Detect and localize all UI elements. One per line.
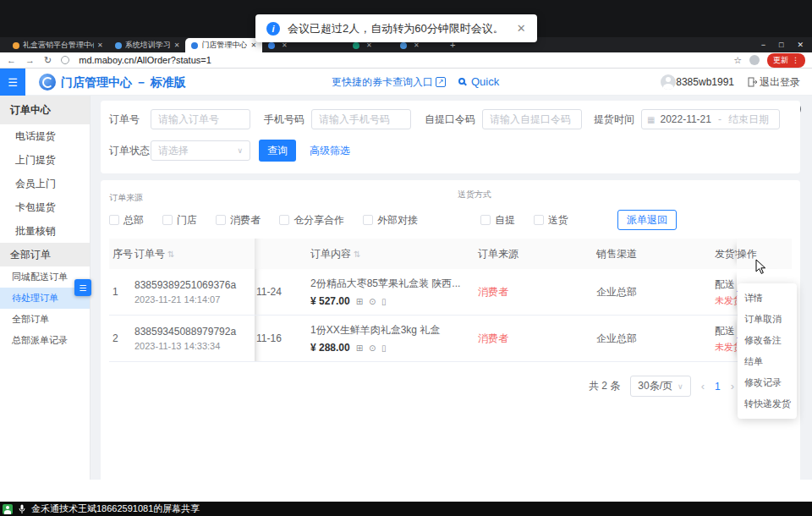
checkbox-label: 自提 [495,213,515,228]
menu-item-edit-history[interactable]: 修改记录 [738,372,797,393]
coupon-query-entry-link[interactable]: 更快捷的券卡查询入口 [332,69,433,96]
microphone-icon [19,504,25,514]
sidebar-item-member-visit[interactable]: 会员上门 [0,172,90,195]
logout-button[interactable]: 退出登录 [760,69,800,96]
menu-item-details[interactable]: 详情 [738,288,797,309]
order-status-select[interactable]: 请选择 ∨ [151,140,250,161]
info-icon: i [266,22,280,36]
forward-icon[interactable]: → [25,55,35,65]
browser-tab-2[interactable]: 系统培训学习 ✕ [109,38,186,52]
tab-close-icon[interactable]: ✕ [414,41,420,49]
date-start-value[interactable]: 2022-11-21 [660,113,711,125]
pagination: 共 2 条 30条/页 ∨ ‹ 1 › [109,376,792,397]
url-text[interactable]: md.maboy.cn/AllOrder?status=1 [79,55,211,65]
phone-input[interactable] [311,109,411,129]
checkbox-source-external[interactable]: 外部对接 [363,213,418,228]
order-no-input[interactable] [151,109,250,129]
window-minimize-icon[interactable]: − [761,41,765,49]
sidebar-item-card-pickup[interactable]: 卡包提货 [0,195,90,219]
menu-item-close-order[interactable]: 结单 [738,351,797,372]
checkbox-source-consumer[interactable]: 消费者 [216,213,261,228]
checkbox-source-warehouse-share[interactable]: 仓分享合作 [279,213,344,228]
checkbox-delivery-deliver[interactable]: 送货 [534,213,568,228]
browser-profile-avatar[interactable] [749,55,760,65]
cell-order-time: 2023-11-21 14:14:07 [134,294,248,305]
quick-search-label[interactable]: Quick [471,69,499,96]
mouse-cursor [755,259,766,275]
sidebar-item-phone-pickup[interactable]: 电话提货 [0,124,90,148]
browser-update-button[interactable]: 更新 ⋮ [767,53,805,68]
filter-card: 订单号 手机号码 自提口令码 提货时间 ▦ 2022-11-21 - 结束日期 … [101,101,800,173]
checkbox-icon [534,215,544,225]
sidebar-drag-handle[interactable]: ☰ [74,279,91,296]
bookmark-star-icon[interactable]: ☆ [733,55,742,66]
checkbox-label: 仓分享合作 [294,213,344,228]
window-controls: − □ ✕ [761,41,812,49]
dispatch-return-button[interactable]: 派单退回 [617,210,677,230]
menu-item-edit-note[interactable]: 修改备注 [738,330,797,351]
pagination-total: 共 2 条 [589,379,620,393]
checkbox-label: 送货 [548,213,568,228]
tab-close-icon[interactable]: ✕ [282,41,288,49]
reload-icon[interactable]: ↻ [44,55,52,66]
tab-label: 礼盒营销平台管理中心 [23,40,94,51]
sort-icon[interactable]: ⇅ [354,250,360,259]
checkbox-source-store[interactable]: 门店 [162,213,197,228]
main-content: » 订单号 手机号码 自提口令码 提货时间 ▦ 2022-11-21 - 结束日… [91,96,812,480]
cell-shipping-status-clipped: 配送 未发货 [715,316,737,361]
back-icon[interactable]: ← [7,55,16,65]
tab-close-icon[interactable]: ✕ [366,41,372,49]
checkbox-source-hq[interactable]: 总部 [109,213,144,228]
checkbox-icon [162,215,173,225]
current-page[interactable]: 1 [715,381,721,392]
orders-card: 订单来源 送货方式 总部 门店 消费者 仓分享合作 [101,180,800,480]
sidebar-section-order-center[interactable]: 订单中心 [0,96,90,124]
pickup-code-input[interactable] [482,109,582,129]
advanced-filter-link[interactable]: 高级筛选 [310,144,350,158]
browser-tab-1[interactable]: 礼盒营销平台管理中心 ✕ [7,38,109,52]
menu-item-express-ship[interactable]: 转快递发货 [738,393,797,414]
quick-search-icon[interactable] [458,78,465,85]
sidebar-item-batch-verify[interactable]: 批量核销 [0,219,90,243]
addressbar-right-icons: ☆ 更新 ⋮ [733,53,805,68]
product-type-icons: ⊞ ⊙ ▯ [356,343,388,353]
cell-pickup-time-clipped: 11-16 [255,316,310,361]
date-range-picker[interactable]: ▦ 2022-11-21 - 结束日期 [641,109,780,129]
search-button[interactable]: 查询 [259,140,296,162]
next-page-button[interactable]: › [731,380,734,392]
select-placeholder: 请选择 [158,144,189,158]
checkbox-delivery-selfpickup[interactable]: 自提 [480,213,515,228]
browser-tab-3-active[interactable]: 门店管理中心 ✕ [185,38,262,52]
order-source-group-label: 订单来源 [109,193,143,202]
prev-page-button[interactable]: ‹ [701,380,705,392]
page-size-select[interactable]: 30条/页 ∨ [630,376,690,397]
toast-close-icon[interactable]: ✕ [517,22,526,35]
sidebar-item-door-pickup[interactable]: 上门提货 [0,148,90,172]
cell-pickup-time-clipped: 11-24 [255,269,310,315]
logout-icon[interactable] [748,77,758,87]
tab-close-icon[interactable]: ✕ [174,41,180,49]
tab-close-icon[interactable]: ✕ [97,41,103,49]
window-close-icon[interactable]: ✕ [797,41,804,49]
sidebar-item-hq-dispatch-records[interactable]: 总部派单记录 [0,330,90,351]
sidebar-item-all-orders[interactable]: 全部订单 [0,309,90,330]
tab-favicon [115,42,122,49]
calendar-icon: ▦ [647,115,655,124]
cell-index: 1 [109,286,134,298]
sidebar-collapse-button[interactable]: ☰ [0,69,25,96]
window-maximize-icon[interactable]: □ [779,41,783,49]
sidebar-section-all-orders[interactable]: 全部订单 [0,243,90,266]
tab-close-icon[interactable]: ✕ [250,41,256,49]
site-info-icon[interactable] [61,56,69,64]
cell-order-content: 2份精品大枣85苹果礼盒装 陕西... ¥ 527.00 ⊞ ⊙ ▯ [310,277,478,307]
cell-order-time: 2023-11-13 14:33:34 [134,341,248,351]
external-link-icon[interactable]: ↗ [436,77,446,87]
header-order-content: 订单内容⇅ [310,247,478,261]
checkbox-label: 总部 [123,213,144,228]
date-end-placeholder[interactable]: 结束日期 [728,113,769,127]
user-avatar[interactable] [661,74,676,90]
menu-item-cancel-order[interactable]: 订单取消 [738,309,797,330]
sort-icon[interactable]: ⇅ [167,250,174,259]
checkbox-icon [109,215,119,225]
username-text[interactable]: 8385wb1991 [676,69,734,96]
